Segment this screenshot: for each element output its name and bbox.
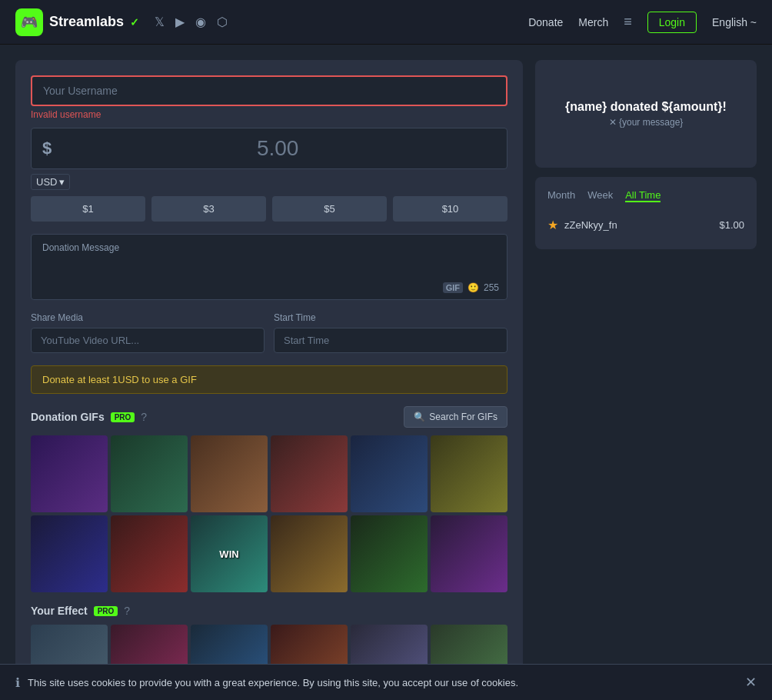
navbar: 🎮 Streamlabs ✓ 𝕏 ▶ ◉ ⬡ Donate Merch ≡ Lo… bbox=[0, 0, 772, 45]
preview-close: ✕ {your message} bbox=[609, 117, 684, 128]
start-time-label: Start Time bbox=[274, 312, 507, 323]
tab-month[interactable]: Month bbox=[547, 189, 575, 202]
gifs-title: Donation GIFs bbox=[31, 411, 105, 423]
gif-item[interactable] bbox=[31, 515, 108, 592]
menu-icon[interactable]: ≡ bbox=[624, 14, 632, 30]
gif-item[interactable] bbox=[191, 435, 268, 512]
twitter-link[interactable]: 𝕏 bbox=[155, 15, 165, 29]
username-input[interactable] bbox=[31, 75, 507, 106]
leaderboard-row: ★ zZeNkyy_fn $1.00 bbox=[547, 213, 744, 237]
right-panel: {name} donated ${amount}! ✕ {your messag… bbox=[535, 60, 757, 249]
verified-icon: ✓ bbox=[130, 16, 139, 28]
gif-item[interactable] bbox=[31, 435, 108, 512]
cookie-banner: ℹ This site uses cookies to provide you … bbox=[0, 664, 772, 700]
twitch-link[interactable]: ⬡ bbox=[217, 15, 228, 29]
preview-line1: {name} donated ${amount}! bbox=[565, 100, 727, 114]
share-media-col: Share Media bbox=[31, 312, 265, 353]
youtube-input[interactable] bbox=[31, 328, 265, 353]
currency-label: USD bbox=[36, 176, 57, 188]
donation-preview: {name} donated ${amount}! ✕ {your messag… bbox=[535, 60, 757, 168]
youtube-link[interactable]: ▶ bbox=[175, 15, 185, 29]
dollar-sign-icon: $ bbox=[42, 138, 52, 158]
gif-icon[interactable]: GIF bbox=[443, 282, 463, 293]
language-selector[interactable]: English ~ bbox=[712, 16, 757, 28]
effects-help-icon[interactable]: ? bbox=[124, 605, 130, 617]
amount-box: $ 5.00 bbox=[31, 128, 507, 169]
preset-btn-1[interactable]: $1 bbox=[31, 196, 145, 222]
start-time-input[interactable] bbox=[274, 328, 507, 353]
main-content: Invalid username $ 5.00 USD ▾ $1 $3 $5 $… bbox=[0, 45, 772, 700]
message-icons: GIF 🙂 255 bbox=[443, 282, 499, 293]
brand-name: Streamlabs bbox=[49, 14, 124, 30]
gifs-pro-badge: PRO bbox=[111, 412, 135, 422]
preview-close-icon: ✕ bbox=[609, 117, 617, 128]
preset-buttons: $1 $3 $5 $10 bbox=[31, 196, 507, 222]
cookie-close-button[interactable]: ✕ bbox=[745, 674, 757, 691]
gif-item[interactable] bbox=[431, 515, 507, 592]
search-gifs-label: Search For GIFs bbox=[429, 412, 497, 422]
effects-pro-badge: PRO bbox=[94, 606, 118, 616]
preset-btn-4[interactable]: $10 bbox=[393, 196, 507, 222]
gif-grid: WIN bbox=[31, 435, 507, 592]
tab-week[interactable]: Week bbox=[587, 189, 613, 202]
emoji-icon[interactable]: 🙂 bbox=[468, 282, 479, 293]
tab-alltime[interactable]: All Time bbox=[625, 189, 661, 202]
invalid-username-text: Invalid username bbox=[31, 109, 507, 120]
message-box: Donation Message GIF 🙂 255 bbox=[31, 234, 507, 300]
gif-item[interactable] bbox=[271, 515, 348, 592]
search-icon: 🔍 bbox=[414, 412, 425, 422]
leaderboard-panel: Month Week All Time ★ zZeNkyy_fn $1.00 bbox=[535, 177, 757, 249]
currency-arrow: ▾ bbox=[59, 176, 65, 188]
gifs-help-icon[interactable]: ? bbox=[141, 411, 147, 423]
message-textarea[interactable] bbox=[42, 258, 496, 288]
lb-entry-name: zZeNkyy_fn bbox=[564, 219, 713, 231]
login-button[interactable]: Login bbox=[647, 12, 697, 33]
message-label: Donation Message bbox=[42, 242, 496, 253]
gif-item[interactable] bbox=[271, 435, 348, 512]
char-count: 255 bbox=[484, 282, 499, 293]
cookie-text: This site uses cookies to provide you wi… bbox=[28, 677, 518, 688]
brand-logo[interactable]: 🎮 Streamlabs ✓ bbox=[15, 8, 139, 36]
gif-item[interactable] bbox=[351, 435, 428, 512]
nav-merch-link[interactable]: Merch bbox=[578, 16, 608, 28]
gifs-section-header: Donation GIFs PRO ? 🔍 Search For GIFs bbox=[31, 406, 507, 428]
gif-item[interactable] bbox=[111, 435, 188, 512]
leaderboard-tabs: Month Week All Time bbox=[547, 189, 744, 202]
nav-links: Donate Merch ≡ Login English ~ bbox=[528, 12, 757, 33]
brand-icon: 🎮 bbox=[15, 8, 43, 36]
rank-star-icon: ★ bbox=[547, 218, 558, 232]
start-time-col: Start Time bbox=[274, 312, 507, 353]
effects-section-header: Your Effect PRO ? bbox=[31, 605, 507, 617]
gif-item[interactable] bbox=[111, 515, 188, 592]
nav-donate-link[interactable]: Donate bbox=[528, 16, 563, 28]
share-media-row: Share Media Start Time bbox=[31, 312, 507, 353]
preset-btn-3[interactable]: $5 bbox=[272, 196, 387, 222]
share-media-label: Share Media bbox=[31, 312, 265, 323]
amount-display: 5.00 bbox=[59, 136, 496, 161]
social-links: 𝕏 ▶ ◉ ⬡ bbox=[155, 15, 228, 29]
donation-form: Invalid username $ 5.00 USD ▾ $1 $3 $5 $… bbox=[15, 60, 523, 700]
currency-selector[interactable]: USD ▾ bbox=[31, 174, 70, 190]
warning-banner: Donate at least 1USD to use a GIF bbox=[31, 365, 507, 394]
lb-entry-amount: $1.00 bbox=[719, 219, 744, 231]
gif-item[interactable] bbox=[431, 435, 507, 512]
cookie-info-icon: ℹ bbox=[15, 675, 20, 690]
effects-title: Your Effect bbox=[31, 605, 88, 617]
gif-item[interactable]: WIN bbox=[191, 515, 268, 592]
preview-line2: {your message} bbox=[619, 117, 683, 128]
gif-item[interactable] bbox=[351, 515, 428, 592]
search-gifs-button[interactable]: 🔍 Search For GIFs bbox=[404, 406, 507, 428]
preset-btn-2[interactable]: $3 bbox=[151, 196, 266, 222]
instagram-link[interactable]: ◉ bbox=[195, 15, 206, 29]
